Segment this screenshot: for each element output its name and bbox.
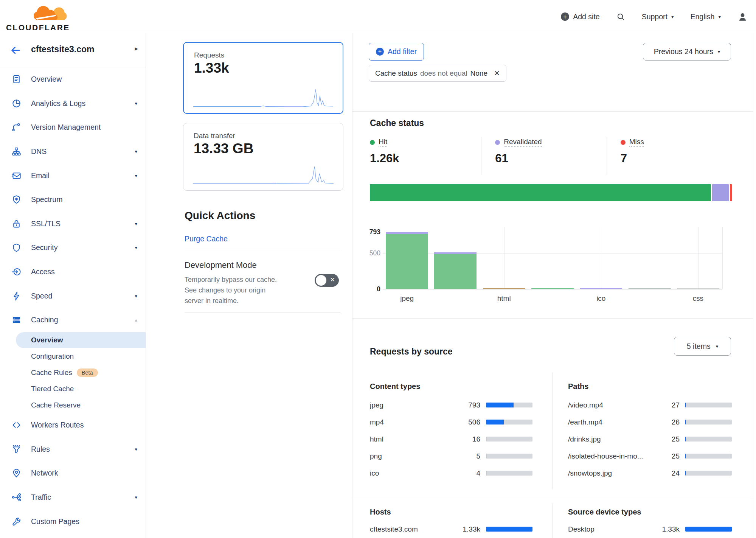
chevron-down-icon: ▾ [718,49,720,54]
sidebar-item-label: DNS [31,147,135,156]
sidebar-item-version-management[interactable]: Version Management [0,115,146,140]
filter-chip[interactable]: Cache status does not equal None ✕ [369,65,506,82]
row-label: ico [370,469,451,477]
stat-value: 7 [621,152,732,165]
items-count-dropdown[interactable]: 5 items ▾ [674,337,731,356]
development-mode-toggle[interactable]: ✕ [315,274,339,287]
legend-dot-icon [621,140,626,145]
row-label: jpeg [370,401,451,409]
row-bar-track [685,420,732,424]
sidebar-item-caching[interactable]: Caching▴ [0,308,146,332]
filter-operator: does not equal [420,69,467,78]
cache-status-title: Cache status [370,118,424,128]
bar-segment-hit [386,234,428,289]
back-arrow-icon[interactable] [10,45,21,56]
requests-card-value: 1.33k [194,60,229,76]
chevron-down-icon: ▾ [135,173,137,179]
sidebar-subitem-cache-rules[interactable]: Cache RulesBeta [0,364,146,381]
sidebar-item-label: Network [31,469,137,477]
chevron-down-icon: ▾ [135,446,137,452]
row-bar-fill [685,403,686,407]
search-icon [616,12,625,21]
language-label: English [691,12,715,21]
host-row-cftestsite3-com: cftestsite3.com1.33k [370,521,532,538]
sidebar-item-security[interactable]: Security▾ [0,236,146,260]
row-value: 24 [650,469,680,477]
chart-bar [434,252,477,289]
divider [352,111,753,112]
path-row-isolated-house-in-mo: /isolated-house-in-mo...25 [568,448,732,465]
traffic-icon [11,492,22,502]
sidebar: cftestsite3.com ▸ OverviewAnalytics & Lo… [0,33,146,538]
row-value: 5 [451,452,480,460]
row-label: mp4 [370,418,451,426]
sidebar-nav: OverviewAnalytics & Logs▾Version Managem… [0,67,146,533]
cache-status-stat-miss: Miss7 [607,137,732,175]
row-value: 4 [451,469,480,477]
sidebar-item-spectrum[interactable]: Spectrum [0,188,146,212]
row-bar-track [685,471,732,476]
sidebar-item-label: Custom Pages [31,517,137,526]
add-filter-button[interactable]: + Add filter [369,43,424,61]
chevron-down-icon: ▾ [135,245,137,250]
sidebar-item-label: Email [31,171,135,180]
purge-cache-link[interactable]: Purge Cache [185,235,228,243]
toggle-knob [316,275,326,286]
sidebar-item-speed[interactable]: Speed▾ [0,284,146,308]
sidebar-item-custom-pages[interactable]: Custom Pages [0,509,146,533]
sidebar-item-workers-routes[interactable]: Workers Routes [0,413,146,437]
add-site-label: Add site [573,12,599,21]
requests-sparkline [193,86,333,108]
row-bar-fill [685,420,686,424]
stacked-bar-segment-miss [730,184,732,201]
sidebar-subitem-configuration[interactable]: Configuration [0,348,146,364]
x-axis-tick-label: html [497,294,511,303]
chart-bar-css [677,288,719,289]
sidebar-item-analytics-logs[interactable]: Analytics & Logs▾ [0,92,146,116]
dns-icon [11,146,22,157]
cloudflare-logo[interactable]: CLOUDFLARE [6,2,70,32]
stat-label[interactable]: Hit [379,138,387,147]
sidebar-item-dns[interactable]: DNS▾ [0,140,146,164]
add-site-button[interactable]: + Add site [561,12,599,21]
requests-metric-card[interactable]: Requests 1.33k [183,42,343,114]
sidebar-subitem-label: Cache Reserve [31,401,81,409]
close-icon[interactable]: ✕ [494,69,500,78]
data-transfer-metric-card[interactable]: Data transfer 13.33 GB [183,123,343,191]
chart-bar-html [483,288,525,289]
development-mode-title: Development Mode [185,260,257,270]
legend-dot-icon [495,140,500,145]
requests-by-source-title: Requests by source [370,347,453,357]
stat-label[interactable]: Miss [629,138,644,147]
data-transfer-sparkline [193,163,334,185]
gridline [504,227,505,289]
language-menu[interactable]: English ▾ [691,12,721,21]
caching-icon [11,315,22,325]
sidebar-item-ssl-tls[interactable]: SSL/TLS▾ [0,212,146,236]
sidebar-item-traffic[interactable]: Traffic▾ [0,485,146,510]
account-menu[interactable] [737,12,748,22]
row-value: 26 [650,418,680,426]
sidebar-item-network[interactable]: Network [0,461,146,485]
time-range-dropdown[interactable]: Previous 24 hours ▾ [643,43,731,61]
gridline [383,253,722,254]
bar-segment-hit [531,288,574,289]
support-menu[interactable]: Support ▾ [642,12,674,21]
chevron-right-icon[interactable]: ▸ [135,45,138,53]
sidebar-item-overview[interactable]: Overview [0,67,146,92]
time-range-label: Previous 24 hours [654,47,713,56]
search-button[interactable] [616,12,625,21]
source-device-types-list: Desktop1.33k [568,521,732,538]
sidebar-subitem-tiered-cache[interactable]: Tiered Cache [0,381,146,397]
content-type-row-ico: ico4 [370,465,532,482]
bar-segment-other [677,288,719,289]
sidebar-item-rules[interactable]: Rules▾ [0,437,146,462]
stat-label[interactable]: Revalidated [504,138,542,147]
sidebar-item-access[interactable]: Access [0,260,146,284]
sidebar-item-email[interactable]: Email▾ [0,163,146,188]
sidebar-subitem-cache-reserve[interactable]: Cache Reserve [0,397,146,413]
sidebar-item-label: Caching [31,316,135,324]
sidebar-subitem-overview[interactable]: Overview [16,332,146,348]
cache-status-stats: Hit1.26kRevalidated61Miss7 [370,137,732,175]
chevron-down-icon: ▾ [135,494,137,500]
